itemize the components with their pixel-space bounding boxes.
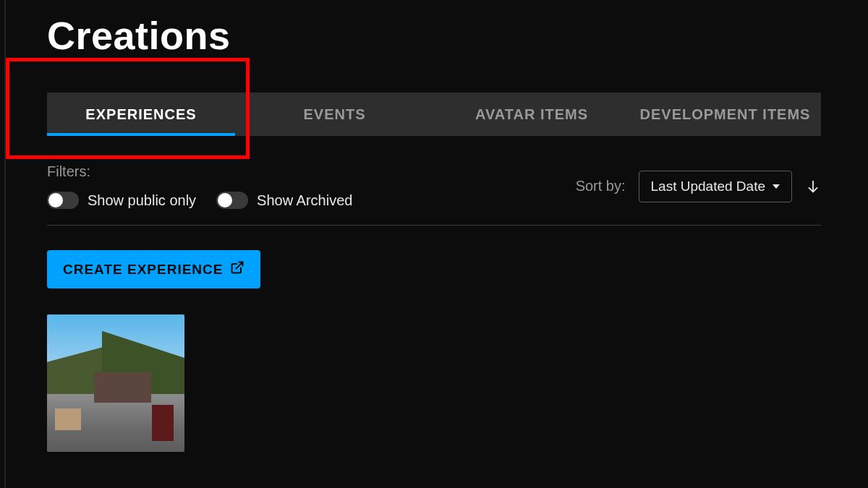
divider xyxy=(47,225,821,226)
sort-group: Sort by: Last Updated Date xyxy=(576,171,821,202)
create-experience-button[interactable]: CREATE EXPERIENCE xyxy=(47,250,260,288)
tab-events[interactable]: EVENTS xyxy=(235,93,434,136)
filters-label: Filters: xyxy=(47,163,352,180)
toggle-switch-public[interactable] xyxy=(47,192,79,209)
toggle-label: Show Archived xyxy=(257,192,352,209)
sort-direction-button[interactable] xyxy=(805,179,821,194)
sort-label: Sort by: xyxy=(576,178,626,194)
filters-row: Filters: Show public only Show Archived … xyxy=(47,163,821,209)
external-link-icon xyxy=(230,260,244,278)
tabs-bar: EXPERIENCES EVENTS AVATAR ITEMS DEVELOPM… xyxy=(47,93,821,136)
arrow-down-icon xyxy=(805,179,821,194)
thumb-object xyxy=(152,405,174,441)
tab-label: DEVELOPMENT ITEMS xyxy=(640,106,811,123)
thumb-object xyxy=(55,408,81,430)
toggle-row: Show public only Show Archived xyxy=(47,192,352,209)
caret-down-icon xyxy=(773,184,780,189)
sort-selected-value: Last Updated Date xyxy=(651,179,765,194)
thumb-building xyxy=(94,372,152,403)
tab-label: AVATAR ITEMS xyxy=(475,106,588,123)
filters-left: Filters: Show public only Show Archived xyxy=(47,163,352,209)
tab-label: EXPERIENCES xyxy=(85,106,196,123)
creations-page: Creations EXPERIENCES EVENTS AVATAR ITEM… xyxy=(0,13,868,452)
experience-thumbnail[interactable] xyxy=(47,314,184,452)
toggle-show-public-only: Show public only xyxy=(47,192,196,209)
tab-development-items[interactable]: DEVELOPMENT ITEMS xyxy=(629,93,821,136)
tab-avatar-items[interactable]: AVATAR ITEMS xyxy=(434,93,629,136)
toggle-knob xyxy=(218,193,232,207)
toggle-show-archived: Show Archived xyxy=(216,192,352,209)
toggle-label: Show public only xyxy=(88,192,196,209)
tabs-container: EXPERIENCES EVENTS AVATAR ITEMS DEVELOPM… xyxy=(47,93,821,136)
tab-label: EVENTS xyxy=(303,106,365,123)
sort-select[interactable]: Last Updated Date xyxy=(639,171,792,202)
toggle-switch-archived[interactable] xyxy=(216,192,248,209)
create-button-label: CREATE EXPERIENCE xyxy=(63,262,223,278)
svg-line-1 xyxy=(237,262,243,269)
experiences-grid xyxy=(47,314,821,452)
tab-experiences[interactable]: EXPERIENCES xyxy=(47,93,235,136)
toggle-knob xyxy=(48,193,63,207)
page-title: Creations xyxy=(47,13,821,58)
window-left-edge xyxy=(4,0,6,488)
